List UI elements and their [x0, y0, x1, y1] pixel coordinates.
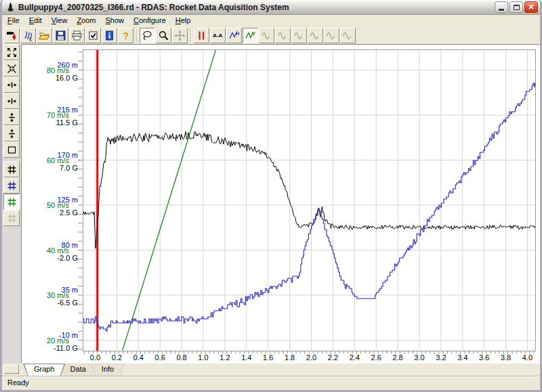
- menu-configure[interactable]: Configure: [129, 15, 171, 26]
- magnifier-icon: [158, 30, 169, 41]
- svg-text:2.6: 2.6: [371, 353, 381, 362]
- accel-trace-icon: A-A: [212, 30, 224, 41]
- expand-both-button[interactable]: [3, 44, 20, 60]
- app-rocket-icon: [5, 2, 16, 12]
- toolbar-separator: [136, 28, 138, 43]
- svg-text:0.8: 0.8: [176, 353, 186, 362]
- maximize-icon: [514, 5, 520, 10]
- grid-velocity-button[interactable]: [3, 194, 20, 210]
- select-tool-button[interactable]: [140, 28, 155, 43]
- compress-h-icon: [6, 95, 18, 107]
- svg-text:0.2: 0.2: [112, 353, 122, 362]
- svg-text:260 m: 260 m: [57, 61, 78, 69]
- flight-chart[interactable]: 0.00.20.40.60.81.01.21.41.61.82.02.22.42…: [22, 45, 539, 363]
- svg-text:1.8: 1.8: [285, 353, 295, 362]
- svg-text:2.5 G: 2.5 G: [60, 209, 78, 217]
- acceleration-trace-button[interactable]: A-A: [210, 28, 226, 43]
- velocity-trace: [123, 50, 215, 350]
- svg-text:2.2: 2.2: [328, 353, 338, 362]
- menu-bar: File Edit View Zoom Show Configure Help: [2, 15, 540, 26]
- svg-text:3.6: 3.6: [479, 353, 489, 362]
- minimize-button[interactable]: [495, 1, 508, 13]
- svg-text:0.6: 0.6: [155, 353, 165, 362]
- svg-text:?: ?: [123, 30, 129, 41]
- app-window: Bullpuppy4_20070325_I366.rd - RDAS: Rock…: [0, 0, 542, 392]
- expand-v-icon: [6, 112, 18, 123]
- compress-vertical-button[interactable]: [3, 125, 20, 141]
- svg-text:2.8: 2.8: [392, 353, 402, 362]
- window-title: Bullpuppy4_20070325_I366.rd - RDAS: Rock…: [18, 3, 289, 12]
- rocket-download-icon: [6, 30, 18, 41]
- download-flight-data-button[interactable]: [4, 28, 20, 43]
- svg-text:3.4: 3.4: [457, 353, 467, 362]
- expand-all-icon: [6, 47, 18, 58]
- svg-text:1.6: 1.6: [263, 353, 273, 362]
- compress-all-icon: [6, 63, 18, 74]
- menu-zoom[interactable]: Zoom: [72, 15, 100, 26]
- svg-text:3.0: 3.0: [414, 353, 424, 362]
- open-folder-icon: [39, 30, 50, 41]
- menu-file[interactable]: File: [3, 15, 24, 26]
- tab-graph[interactable]: Graph: [23, 364, 66, 376]
- print-icon: [71, 30, 83, 41]
- svg-text:3.8: 3.8: [501, 353, 511, 362]
- menu-help[interactable]: Help: [171, 15, 196, 26]
- grid-blue-icon: [6, 180, 18, 192]
- telemetry-icon: 1: [22, 30, 34, 41]
- expand-horizontal-button[interactable]: [3, 77, 20, 93]
- grid-altitude-button[interactable]: [3, 177, 20, 194]
- plot-border: [83, 50, 536, 351]
- lasso-icon: [142, 30, 153, 41]
- svg-text:16.0 G: 16.0 G: [56, 74, 78, 82]
- checkbox-icon: [87, 30, 99, 41]
- compress-horizontal-button[interactable]: [3, 93, 20, 109]
- expand-vertical-button[interactable]: [3, 109, 20, 125]
- svg-text:1.0: 1.0: [198, 353, 208, 362]
- box-zoom-button[interactable]: [3, 141, 20, 158]
- menu-edit[interactable]: Edit: [24, 15, 47, 26]
- status-text: Ready: [7, 378, 29, 387]
- zoom-tool-button[interactable]: [156, 28, 171, 43]
- extra-trace-button: [259, 28, 274, 43]
- help-button[interactable]: ?: [118, 28, 133, 43]
- svg-text:0.4: 0.4: [133, 353, 144, 362]
- compress-both-button[interactable]: [3, 60, 20, 77]
- event-markers-icon: [196, 30, 207, 41]
- save-file-button[interactable]: [53, 28, 68, 43]
- title-bar[interactable]: Bullpuppy4_20070325_I366.rd - RDAS: Rock…: [2, 0, 540, 15]
- pan-tool-button: [172, 28, 188, 43]
- axis-ticks: [79, 52, 535, 354]
- menu-view[interactable]: View: [47, 15, 72, 26]
- traces: [83, 50, 535, 351]
- menu-show[interactable]: Show: [101, 15, 129, 26]
- minimize-icon: [499, 9, 504, 11]
- help-icon: ?: [120, 30, 131, 41]
- main-area: 0.00.20.40.60.81.01.21.41.61.82.02.22.42…: [2, 44, 540, 364]
- graph-tool-strip: [2, 44, 21, 364]
- close-button[interactable]: ✕: [524, 1, 538, 13]
- info-button[interactable]: [102, 28, 117, 43]
- svg-text:-10 m: -10 m: [59, 331, 78, 339]
- svg-text:170 m: 170 m: [57, 151, 78, 159]
- svg-text:1.2: 1.2: [220, 353, 230, 362]
- options-button[interactable]: [85, 28, 101, 43]
- tab-data[interactable]: Data: [60, 364, 97, 376]
- open-file-button[interactable]: [37, 28, 52, 43]
- toolbar-separator: [190, 28, 192, 43]
- velocity-trace-button[interactable]: V: [243, 28, 258, 43]
- event-markers-button[interactable]: [194, 28, 209, 43]
- svg-text:215 m: 215 m: [57, 106, 78, 114]
- print-button[interactable]: [69, 28, 85, 43]
- tab-bar: Graph Data Info: [2, 364, 540, 376]
- telemetry-button[interactable]: 1: [20, 28, 36, 43]
- svg-text:-11.0 G: -11.0 G: [54, 344, 78, 352]
- extra-trace-button: [275, 28, 291, 43]
- tab-info[interactable]: Info: [91, 364, 125, 376]
- acceleration-trace: [83, 131, 535, 248]
- svg-text:2.0: 2.0: [306, 353, 316, 362]
- grid: [83, 50, 536, 351]
- grid-acceleration-button[interactable]: [3, 161, 20, 177]
- altitude-trace-button[interactable]: H: [226, 28, 242, 43]
- maximize-button[interactable]: [509, 1, 523, 13]
- svg-text:-6.5 G: -6.5 G: [57, 299, 78, 307]
